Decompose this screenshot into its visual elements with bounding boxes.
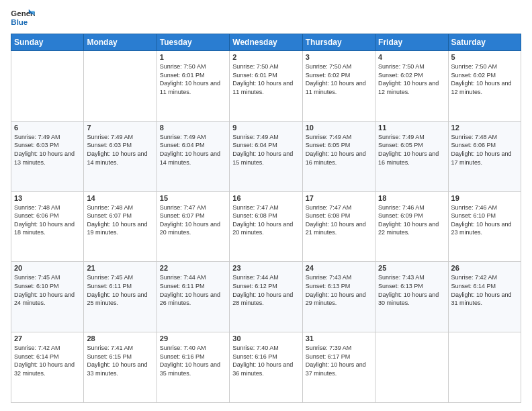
day-info: Sunrise: 7:49 AM Sunset: 6:04 PM Dayligh… [232,133,299,167]
calendar-day-cell: 5Sunrise: 7:50 AM Sunset: 6:02 PM Daylig… [448,51,521,122]
day-info: Sunrise: 7:43 AM Sunset: 6:13 PM Dayligh… [378,273,445,307]
day-number: 31 [306,334,372,342]
calendar-day-cell: 22Sunrise: 7:44 AM Sunset: 6:11 PM Dayli… [157,262,229,332]
calendar-day-cell [375,332,448,403]
day-info: Sunrise: 7:42 AM Sunset: 6:14 PM Dayligh… [451,273,518,307]
calendar-day-cell: 28Sunrise: 7:41 AM Sunset: 6:15 PM Dayli… [84,332,157,403]
day-info: Sunrise: 7:50 AM Sunset: 6:01 PM Dayligh… [232,62,299,96]
day-info: Sunrise: 7:40 AM Sunset: 6:16 PM Dayligh… [160,344,226,377]
logo-icon: General Blue [11,8,35,28]
weekday-header: Thursday [302,34,375,51]
day-number: 3 [306,53,372,61]
day-number: 7 [87,124,153,132]
day-number: 25 [378,264,445,272]
calendar-day-cell: 1Sunrise: 7:50 AM Sunset: 6:01 PM Daylig… [157,51,229,122]
day-info: Sunrise: 7:48 AM Sunset: 6:07 PM Dayligh… [87,203,153,237]
day-info: Sunrise: 7:45 AM Sunset: 6:10 PM Dayligh… [14,273,81,307]
calendar-day-cell: 18Sunrise: 7:46 AM Sunset: 6:09 PM Dayli… [375,191,448,262]
day-info: Sunrise: 7:48 AM Sunset: 6:06 PM Dayligh… [451,133,518,167]
day-info: Sunrise: 7:44 AM Sunset: 6:12 PM Dayligh… [232,273,299,307]
calendar-day-cell: 25Sunrise: 7:43 AM Sunset: 6:13 PM Dayli… [375,262,448,332]
day-info: Sunrise: 7:42 AM Sunset: 6:14 PM Dayligh… [14,344,81,377]
calendar-day-cell: 10Sunrise: 7:49 AM Sunset: 6:05 PM Dayli… [302,121,375,191]
day-number: 17 [306,194,372,202]
day-number: 22 [160,264,226,272]
day-info: Sunrise: 7:41 AM Sunset: 6:15 PM Dayligh… [87,344,153,377]
calendar-day-cell: 9Sunrise: 7:49 AM Sunset: 6:04 PM Daylig… [230,121,302,191]
calendar-day-cell: 12Sunrise: 7:48 AM Sunset: 6:06 PM Dayli… [448,121,521,191]
calendar-week-row: 13Sunrise: 7:48 AM Sunset: 6:06 PM Dayli… [11,191,521,262]
day-number: 29 [160,334,226,342]
day-number: 20 [14,264,81,272]
day-number: 6 [14,124,81,132]
day-number: 1 [160,53,226,61]
calendar-day-cell: 4Sunrise: 7:50 AM Sunset: 6:02 PM Daylig… [375,51,448,122]
day-number: 26 [451,264,518,272]
calendar-day-cell: 29Sunrise: 7:40 AM Sunset: 6:16 PM Dayli… [157,332,229,403]
day-number: 11 [378,124,445,132]
weekday-header: Saturday [448,34,521,51]
calendar-week-row: 20Sunrise: 7:45 AM Sunset: 6:10 PM Dayli… [11,262,521,332]
calendar-table: SundayMondayTuesdayWednesdayThursdayFrid… [11,34,521,403]
day-number: 9 [232,124,299,132]
day-info: Sunrise: 7:47 AM Sunset: 6:08 PM Dayligh… [232,203,299,237]
day-info: Sunrise: 7:44 AM Sunset: 6:11 PM Dayligh… [160,273,226,307]
day-info: Sunrise: 7:47 AM Sunset: 6:07 PM Dayligh… [160,203,226,237]
day-info: Sunrise: 7:50 AM Sunset: 6:02 PM Dayligh… [306,62,372,96]
calendar-day-cell: 15Sunrise: 7:47 AM Sunset: 6:07 PM Dayli… [157,191,229,262]
day-number: 15 [160,194,226,202]
weekday-header: Tuesday [157,34,229,51]
calendar-day-cell: 14Sunrise: 7:48 AM Sunset: 6:07 PM Dayli… [84,191,157,262]
day-number: 24 [306,264,372,272]
day-number: 10 [306,124,372,132]
logo: General Blue [11,8,35,28]
calendar-day-cell: 16Sunrise: 7:47 AM Sunset: 6:08 PM Dayli… [230,191,302,262]
day-number: 18 [378,194,445,202]
calendar-day-cell: 6Sunrise: 7:49 AM Sunset: 6:03 PM Daylig… [11,121,84,191]
day-info: Sunrise: 7:40 AM Sunset: 6:16 PM Dayligh… [232,344,299,377]
calendar-day-cell: 27Sunrise: 7:42 AM Sunset: 6:14 PM Dayli… [11,332,84,403]
day-info: Sunrise: 7:46 AM Sunset: 6:10 PM Dayligh… [451,203,518,237]
day-number: 13 [14,194,81,202]
day-number: 28 [87,334,153,342]
weekday-header: Monday [84,34,157,51]
header: General Blue [11,8,521,28]
day-number: 19 [451,194,518,202]
day-info: Sunrise: 7:49 AM Sunset: 6:05 PM Dayligh… [306,133,372,167]
calendar-day-cell: 26Sunrise: 7:42 AM Sunset: 6:14 PM Dayli… [448,262,521,332]
weekday-header: Sunday [11,34,84,51]
calendar-day-cell [84,51,157,122]
calendar-day-cell: 19Sunrise: 7:46 AM Sunset: 6:10 PM Dayli… [448,191,521,262]
day-info: Sunrise: 7:50 AM Sunset: 6:01 PM Dayligh… [160,62,226,96]
calendar-day-cell: 17Sunrise: 7:47 AM Sunset: 6:08 PM Dayli… [302,191,375,262]
day-number: 8 [160,124,226,132]
weekday-header: Wednesday [230,34,302,51]
weekday-header: Friday [375,34,448,51]
calendar-day-cell: 3Sunrise: 7:50 AM Sunset: 6:02 PM Daylig… [302,51,375,122]
day-info: Sunrise: 7:48 AM Sunset: 6:06 PM Dayligh… [14,203,81,237]
calendar-week-row: 1Sunrise: 7:50 AM Sunset: 6:01 PM Daylig… [11,51,521,122]
day-info: Sunrise: 7:43 AM Sunset: 6:13 PM Dayligh… [306,273,372,307]
calendar-day-cell: 21Sunrise: 7:45 AM Sunset: 6:11 PM Dayli… [84,262,157,332]
day-number: 14 [87,194,153,202]
day-number: 2 [232,53,299,61]
calendar-day-cell: 24Sunrise: 7:43 AM Sunset: 6:13 PM Dayli… [302,262,375,332]
day-info: Sunrise: 7:49 AM Sunset: 6:03 PM Dayligh… [87,133,153,167]
day-info: Sunrise: 7:49 AM Sunset: 6:03 PM Dayligh… [14,133,81,167]
day-info: Sunrise: 7:50 AM Sunset: 6:02 PM Dayligh… [451,62,518,96]
calendar-header-row: SundayMondayTuesdayWednesdayThursdayFrid… [11,34,521,51]
day-info: Sunrise: 7:46 AM Sunset: 6:09 PM Dayligh… [378,203,445,237]
calendar-day-cell: 23Sunrise: 7:44 AM Sunset: 6:12 PM Dayli… [230,262,302,332]
day-info: Sunrise: 7:49 AM Sunset: 6:05 PM Dayligh… [378,133,445,167]
day-number: 30 [232,334,299,342]
day-number: 4 [378,53,445,61]
calendar-body: 1Sunrise: 7:50 AM Sunset: 6:01 PM Daylig… [11,51,521,403]
calendar-day-cell: 30Sunrise: 7:40 AM Sunset: 6:16 PM Dayli… [230,332,302,403]
svg-text:Blue: Blue [11,18,28,26]
day-info: Sunrise: 7:49 AM Sunset: 6:04 PM Dayligh… [160,133,226,167]
calendar-day-cell [11,51,84,122]
calendar-day-cell [448,332,521,403]
calendar-day-cell: 8Sunrise: 7:49 AM Sunset: 6:04 PM Daylig… [157,121,229,191]
day-info: Sunrise: 7:47 AM Sunset: 6:08 PM Dayligh… [306,203,372,237]
calendar-day-cell: 31Sunrise: 7:39 AM Sunset: 6:17 PM Dayli… [302,332,375,403]
